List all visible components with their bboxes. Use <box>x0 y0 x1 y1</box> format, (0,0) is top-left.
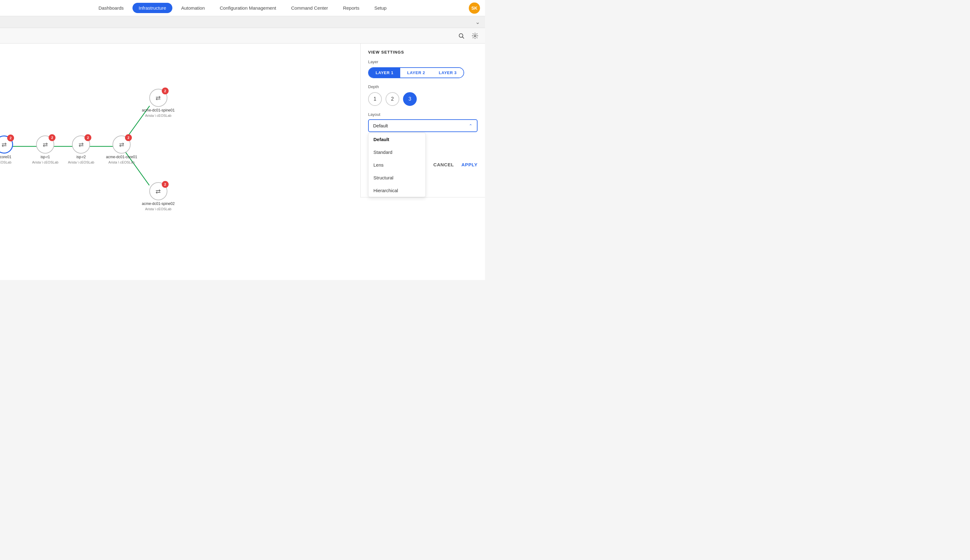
top-navigation: Dashboards Infrastructure Automation Con… <box>0 0 485 16</box>
node-acme-dc01-spine02[interactable]: ⇄ 2 acme-dc01-spine02 Arista \ cEOSLab <box>142 182 174 211</box>
node-isp-r1[interactable]: ⇄ 2 isp-r1 Arista \ cEOSLab <box>32 135 58 164</box>
nav-item-reports[interactable]: Reports <box>337 3 366 13</box>
depth-1-button[interactable]: 1 <box>368 92 382 106</box>
toolbar <box>0 28 485 43</box>
node-isp-r2[interactable]: ⇄ 2 isp-r2 Arista \ cEOSLab <box>68 135 94 164</box>
node-circle-acme-dc01-spine02[interactable]: ⇄ 2 <box>149 182 167 200</box>
node-label-acme-dc01-core01: acme-dc01-core01 <box>106 155 137 159</box>
view-settings-panel: VIEW SETTINGS Layer LAYER 1 LAYER 2 LAYE… <box>360 43 485 197</box>
node-acme-dc01-spine01[interactable]: ⇄ 2 acme-dc01-spine01 Arista \ cEOSLab <box>142 89 174 117</box>
cancel-button[interactable]: CANCEL <box>433 162 454 167</box>
node-sublabel-isp-r2: Arista \ cEOSLab <box>68 160 94 164</box>
transfer-icon-core01: ⇄ <box>119 141 124 148</box>
node-label-isp-r1: isp-r1 <box>40 155 50 159</box>
transfer-icon-isp-r1: ⇄ <box>43 141 48 148</box>
collapse-chevron-icon[interactable]: ⌄ <box>475 19 480 25</box>
nav-item-setup[interactable]: Setup <box>368 3 393 13</box>
layout-option-structural[interactable]: Structural <box>368 171 425 184</box>
node-circle-isp-r1[interactable]: ⇄ 2 <box>36 135 54 153</box>
panel-bottom: Default Standard Lens Structural Hierarc… <box>368 132 478 197</box>
depth-label: Depth <box>368 84 478 89</box>
layout-dropdown-container: Default Standard Lens Structural Hierarc… <box>368 132 426 197</box>
depth-buttons: 1 2 3 <box>368 92 478 106</box>
svg-point-2 <box>474 35 476 37</box>
node-circle-acme-dc01-core01[interactable]: ⇄ 2 <box>112 135 130 153</box>
panel-title: VIEW SETTINGS <box>368 50 478 55</box>
node-badge-acme-dc01-core01: 2 <box>125 134 132 141</box>
layer-label: Layer <box>368 60 478 64</box>
node-label-acme-dc01-spine01: acme-dc01-spine01 <box>142 108 174 112</box>
layout-dropdown: Default Standard Lens Structural Hierarc… <box>368 133 426 197</box>
layer-3-button[interactable]: LAYER 3 <box>432 68 463 78</box>
apply-button[interactable]: APPLY <box>461 162 478 167</box>
node-it-core01[interactable]: ⇄ 2 it-core01 cEOSLab <box>0 135 13 164</box>
node-badge-isp-r2: 2 <box>84 134 91 141</box>
layout-option-standard[interactable]: Standard <box>368 146 425 158</box>
main-content-area: ⇄ 2 it-core01 cEOSLab ⇄ 2 isp-r1 Arista … <box>0 43 485 280</box>
layout-option-lens[interactable]: Lens <box>368 158 425 171</box>
node-circle-acme-dc01-spine01[interactable]: ⇄ 2 <box>149 89 167 107</box>
node-badge-acme-dc01-spine01: 2 <box>162 88 169 94</box>
node-sublabel-isp-r1: Arista \ cEOSLab <box>32 160 58 164</box>
nav-item-infrastructure[interactable]: Infrastructure <box>132 3 172 13</box>
svg-line-1 <box>463 37 464 38</box>
layout-label: Layout <box>368 112 478 117</box>
transfer-icon-spine01: ⇄ <box>156 94 161 102</box>
nav-item-dashboards[interactable]: Dashboards <box>92 3 130 13</box>
node-sublabel-acme-dc01-spine02: Arista \ cEOSLab <box>145 207 171 211</box>
nav-item-command-center[interactable]: Command Center <box>285 3 334 13</box>
search-icon[interactable] <box>457 31 466 41</box>
layout-chevron-icon: ⌃ <box>469 123 473 128</box>
depth-3-button[interactable]: 3 <box>403 92 417 106</box>
depth-2-button[interactable]: 2 <box>386 92 399 106</box>
nav-item-automation[interactable]: Automation <box>175 3 211 13</box>
node-label-acme-dc01-spine02: acme-dc01-spine02 <box>142 202 174 206</box>
node-label-isp-r2: isp-r2 <box>76 155 86 159</box>
node-circle-it-core01[interactable]: ⇄ 2 <box>0 135 13 153</box>
settings-gear-icon[interactable] <box>470 31 480 41</box>
node-sublabel-acme-dc01-spine01: Arista \ cEOSLab <box>145 114 171 117</box>
node-sublabel-it-core01: cEOSLab <box>0 160 12 164</box>
panel-actions: CANCEL APPLY <box>426 132 478 197</box>
transfer-icon: ⇄ <box>2 141 7 148</box>
layout-option-default[interactable]: Default <box>368 133 425 146</box>
user-avatar[interactable]: SK <box>469 2 480 14</box>
node-badge-isp-r1: 2 <box>48 134 55 141</box>
nav-item-configuration-management[interactable]: Configuration Management <box>214 3 283 13</box>
node-label-it-core01: it-core01 <box>0 155 11 159</box>
node-sublabel-acme-dc01-core01: Arista \ cEOSLab <box>109 160 135 164</box>
layout-option-hierarchical[interactable]: Hierarchical <box>368 184 425 197</box>
layer-toggle: LAYER 1 LAYER 2 LAYER 3 <box>368 67 464 78</box>
subheader: ⌄ <box>0 16 485 28</box>
node-badge-it-core01: 2 <box>7 135 14 142</box>
node-circle-isp-r2[interactable]: ⇄ 2 <box>72 135 90 153</box>
node-acme-dc01-core01[interactable]: ⇄ 2 acme-dc01-core01 Arista \ cEOSLab <box>106 135 137 164</box>
layer-2-button[interactable]: LAYER 2 <box>400 68 432 78</box>
layout-selected-value: Default <box>373 123 388 128</box>
nav-items: Dashboards Infrastructure Automation Con… <box>92 3 393 13</box>
layout-select-button[interactable]: Default ⌃ <box>368 119 478 132</box>
layer-1-button[interactable]: LAYER 1 <box>369 68 400 78</box>
transfer-icon-spine02: ⇄ <box>156 187 161 195</box>
transfer-icon-isp-r2: ⇄ <box>79 141 84 148</box>
node-badge-acme-dc01-spine02: 2 <box>162 181 169 188</box>
